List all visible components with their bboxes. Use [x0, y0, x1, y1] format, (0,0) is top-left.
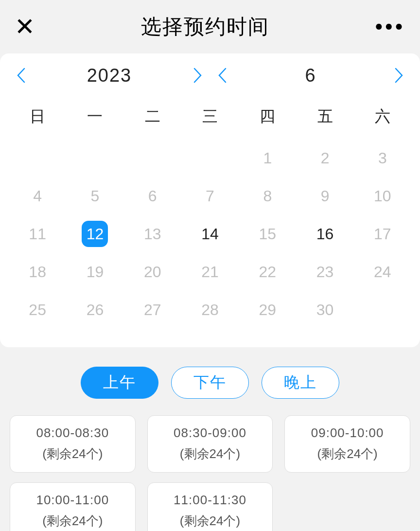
calendar-day-number: 12 [82, 221, 108, 247]
calendar-day[interactable]: 20 [124, 253, 181, 291]
calendar-day[interactable]: 8 [239, 177, 296, 215]
calendar-week-row: 45678910 [9, 177, 411, 215]
calendar-day[interactable]: 10 [354, 177, 411, 215]
calendar-day-number: 27 [144, 301, 161, 319]
calendar-day-number: 7 [206, 187, 214, 205]
calendar-week-row: 11121314151617 [9, 215, 411, 253]
calendar-day-number: 29 [259, 301, 276, 319]
time-slot-range: 09:00-10:00 [311, 425, 384, 441]
chevron-right-icon [394, 67, 404, 84]
calendar-day-number: 9 [321, 187, 330, 205]
calendar-day[interactable]: 17 [354, 215, 411, 253]
time-slot-range: 08:30-09:00 [174, 425, 246, 441]
calendar-day-number: 18 [29, 263, 46, 281]
calendar-day[interactable]: 9 [296, 177, 353, 215]
time-slot-range: 08:00-08:30 [36, 425, 109, 441]
time-slot[interactable]: 08:30-09:00(剩余24个) [147, 415, 273, 473]
calendar-week-row: 18192021222324 [9, 253, 411, 291]
period-tab[interactable]: 上午 [81, 367, 158, 399]
calendar-day-number: 16 [316, 225, 334, 243]
calendar-day-number: 19 [87, 263, 104, 281]
prev-year-button[interactable] [13, 65, 29, 86]
next-year-button[interactable] [190, 65, 206, 86]
calendar-day-number: 22 [259, 263, 276, 281]
calendar-day[interactable]: 18 [9, 253, 66, 291]
time-slot[interactable]: 08:00-08:30(剩余24个) [10, 415, 136, 473]
calendar-day-number: 4 [33, 187, 42, 205]
month-label: 6 [305, 65, 316, 86]
month-selector: 6 [210, 65, 411, 86]
prev-month-button[interactable] [214, 65, 230, 86]
period-tab[interactable]: 下午 [171, 367, 249, 399]
calendar-day-number: 6 [148, 187, 157, 205]
calendar-day[interactable]: 13 [124, 215, 181, 253]
calendar-day[interactable]: 25 [9, 291, 66, 329]
calendar-day-number: 2 [321, 149, 330, 167]
calendar-day[interactable]: 28 [181, 291, 239, 329]
period-tab[interactable]: 晚上 [262, 367, 339, 399]
weekday-header: 日一二三四五六 [9, 106, 411, 127]
calendar-day[interactable]: 27 [124, 291, 181, 329]
calendar-week-row: 252627282930 [9, 291, 411, 329]
year-label: 2023 [87, 65, 132, 86]
calendar-day-number: 1 [263, 149, 272, 167]
calendar-day-number: 23 [316, 263, 334, 281]
calendar-day[interactable]: 5 [66, 177, 123, 215]
calendar-day-number: 30 [316, 301, 334, 319]
calendar-day[interactable]: 22 [239, 253, 296, 291]
time-slot[interactable]: 09:00-10:00(剩余24个) [284, 415, 410, 473]
calendar-day [66, 139, 123, 177]
time-slot[interactable]: 11:00-11:30(剩余24个) [147, 482, 273, 531]
calendar-day-number: 10 [374, 187, 391, 205]
close-icon[interactable]: ✕ [15, 15, 35, 39]
calendar-day[interactable]: 21 [181, 253, 239, 291]
calendar-day[interactable]: 26 [66, 291, 123, 329]
calendar-day-number: 5 [91, 187, 100, 205]
time-slot-range: 10:00-11:00 [36, 493, 109, 508]
next-month-button[interactable] [391, 65, 407, 86]
weekday-cell: 三 [181, 106, 239, 127]
calendar-day[interactable]: 23 [296, 253, 353, 291]
calendar-day[interactable]: 3 [354, 139, 411, 177]
calendar-day [181, 139, 239, 177]
calendar-day[interactable]: 30 [296, 291, 353, 329]
calendar-day[interactable]: 14 [181, 215, 239, 253]
calendar-day[interactable]: 24 [354, 253, 411, 291]
more-icon[interactable]: ••• [375, 15, 405, 38]
time-slot-remaining: (剩余24个) [317, 445, 378, 462]
calendar-day-number: 21 [201, 263, 219, 281]
time-slot-remaining: (剩余24个) [42, 445, 103, 462]
calendar-day [124, 139, 181, 177]
calendar-day[interactable]: 19 [66, 253, 123, 291]
time-slot-range: 11:00-11:30 [174, 493, 246, 508]
calendar-day-number: 8 [263, 187, 272, 205]
calendar-day [9, 139, 66, 177]
time-slot[interactable]: 10:00-11:00(剩余24个) [10, 482, 136, 531]
calendar-day [354, 291, 411, 329]
calendar-day-number: 14 [201, 225, 219, 243]
time-slot-remaining: (剩余24个) [42, 513, 103, 530]
calendar-day[interactable]: 16 [296, 215, 353, 253]
calendar-day[interactable]: 11 [9, 215, 66, 253]
year-selector: 2023 [9, 65, 210, 86]
calendar-day[interactable]: 29 [239, 291, 296, 329]
year-month-selector: 2023 6 [9, 61, 411, 89]
calendar-day-number: 20 [144, 263, 161, 281]
calendar-day-number: 13 [144, 225, 161, 243]
chevron-left-icon [16, 67, 26, 84]
calendar-day[interactable]: 1 [239, 139, 296, 177]
time-slot-grid: 08:00-08:30(剩余24个)08:30-09:00(剩余24个)09:0… [0, 399, 420, 531]
calendar-day[interactable]: 2 [296, 139, 353, 177]
calendar-day-number: 11 [29, 225, 46, 243]
weekday-cell: 六 [354, 106, 411, 127]
calendar-day[interactable]: 6 [124, 177, 181, 215]
calendar-day[interactable]: 7 [181, 177, 239, 215]
calendar-day[interactable]: 4 [9, 177, 66, 215]
time-slot-remaining: (剩余24个) [180, 445, 240, 462]
weekday-cell: 四 [239, 106, 296, 127]
header: ✕ 选择预约时间 ••• [0, 0, 420, 53]
calendar-day[interactable]: 12 [66, 215, 123, 253]
calendar-day[interactable]: 15 [239, 215, 296, 253]
weekday-cell: 五 [296, 106, 353, 127]
calendar-day-number: 24 [374, 263, 391, 281]
